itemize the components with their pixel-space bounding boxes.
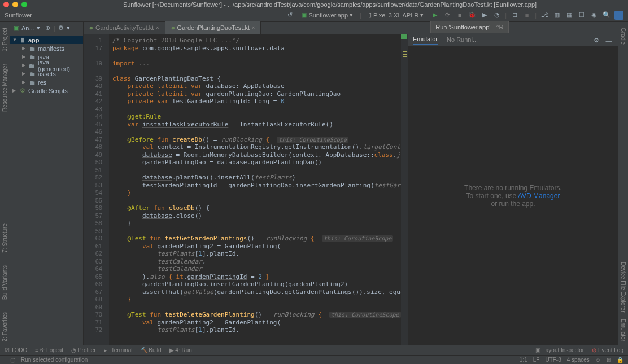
window-controls — [3, 2, 27, 7]
tool-profiler[interactable]: ◔ Profiler — [71, 347, 95, 353]
sdk-icon[interactable]: ▦ — [565, 11, 574, 20]
tree-folder-res[interactable]: ▶🖿res — [10, 78, 83, 86]
chevron-down-icon: ▾ — [350, 11, 353, 19]
run-panel-tabs: Emulator No Runni... ⚙ — — [408, 34, 618, 47]
right-tool-strip: Gradle Device File Explorer Emulator — [618, 22, 628, 345]
vcs-icon[interactable]: ⎇ — [540, 11, 549, 20]
editor-tab[interactable]: ◆GardenActivityTest.kt× — [84, 21, 165, 34]
maximize-window[interactable] — [21, 2, 27, 7]
search-icon[interactable]: 🔍 — [602, 11, 611, 20]
status-bar: ▢ Run selected configuration 1:1 LF UTF-… — [0, 355, 628, 364]
tool-build[interactable]: 🔨 Build — [141, 347, 162, 353]
editor-area: ◆GardenActivityTest.kt×◆GardenPlantingDa… — [84, 22, 618, 345]
run-panel-body: There are no running Emulators. To start… — [408, 47, 618, 345]
hide-icon[interactable]: — — [604, 36, 613, 45]
device-selector[interactable]: ▯ Pixel 3 XL API R ▾ — [365, 11, 427, 19]
phone-icon: ▯ — [368, 11, 372, 19]
tool-terminal[interactable]: ▸_ Terminal — [104, 347, 133, 353]
breadcrumb[interactable]: Sunflower — [5, 12, 32, 19]
left-tool-strip: 1: Project Resource Manager 7: Structure… — [0, 22, 10, 345]
tab-emulator[interactable]: Emulator — [413, 36, 438, 45]
debug-button[interactable]: 🐞 — [468, 11, 477, 20]
project-tree[interactable]: ▼▮app ▶🖿manifests▶🖿java▶🖿java (generated… — [10, 34, 83, 345]
profile-button[interactable]: ◔ — [492, 11, 501, 20]
tool-favorites[interactable]: 2: Favorites — [2, 309, 8, 345]
tool-event-log[interactable]: ⊘ Event Log — [592, 347, 623, 353]
run-config-app[interactable]: ▣ Sunflower.app ▾ — [298, 11, 356, 19]
line-ending[interactable]: LF — [533, 357, 540, 363]
user-avatar[interactable] — [614, 11, 623, 20]
marker-strip[interactable] — [401, 34, 408, 345]
caret-position[interactable]: 1:1 — [520, 357, 527, 363]
coverage-button[interactable]: ▶ — [480, 11, 489, 20]
chevron-down-icon: ▾ — [420, 11, 424, 19]
sync-icon[interactable]: ↺ — [285, 11, 294, 20]
avd-icon[interactable]: ▥ — [552, 11, 561, 20]
minimize-window[interactable] — [12, 2, 18, 7]
editor-tab[interactable]: ◆GardenPlantingDaoTest.kt× — [165, 21, 261, 34]
tab-no-running[interactable]: No Runni... — [447, 36, 478, 45]
gear-icon[interactable]: ⚙ — [592, 36, 601, 45]
run-tooltip: Run 'Sunflower.app'^R — [430, 21, 508, 33]
kotlin-file-icon: ◆ — [89, 25, 93, 30]
run-tool-window: Emulator No Runni... ⚙ — There are no ru… — [408, 34, 618, 345]
tree-folder-manifests[interactable]: ▶🖿manifests — [10, 44, 83, 52]
status-indicator — [401, 34, 407, 39]
tool-run[interactable]: ▶ 4: Run — [169, 347, 192, 353]
tool-todo[interactable]: ☑ TODO — [5, 347, 27, 353]
tool-gradle[interactable]: Gradle — [620, 24, 626, 48]
android-view-icon: ▣ — [14, 24, 19, 32]
help-icon[interactable]: ◉ — [590, 11, 599, 20]
tool-project[interactable]: 1: Project — [2, 24, 8, 55]
main-toolbar: Sunflower ↺ ▣ Sunflower.app ▾ | ▯ Pixel … — [0, 8, 628, 22]
tool-device-file-explorer[interactable]: Device File Explorer — [620, 258, 626, 315]
target-icon[interactable]: ⊕ — [45, 24, 52, 33]
apply-changes-icon[interactable]: ⟳ — [443, 11, 452, 20]
run-button[interactable]: ▶ Run 'Sunflower.app'^R — [430, 11, 439, 20]
tool-build-variants[interactable]: Build Variants — [2, 262, 8, 303]
tree-module-app[interactable]: ▼▮app — [10, 36, 83, 44]
close-window[interactable] — [3, 2, 9, 7]
tool-resource-mgr[interactable]: Resource Manager — [2, 60, 8, 115]
status-message: Run selected configuration — [21, 357, 88, 363]
lock-icon[interactable]: 🔒 — [617, 357, 623, 363]
apply-code-changes-icon[interactable]: ≡ — [455, 11, 464, 20]
gear-icon[interactable]: ⚙ — [58, 24, 65, 33]
window-icon[interactable]: ▢ — [10, 357, 15, 363]
indent[interactable]: 4 spaces — [567, 357, 590, 363]
stop-button[interactable]: ■ — [522, 11, 531, 20]
android-icon: ▣ — [301, 11, 307, 19]
close-icon[interactable]: × — [252, 25, 255, 30]
hide-icon[interactable]: — — [72, 24, 80, 33]
attach-debugger-icon[interactable]: ⊟ — [510, 11, 519, 20]
project-panel-header: ▣ An...▾ ⊕ | ⚙▾ — — [10, 22, 83, 34]
settings-icon[interactable]: ☐ — [577, 11, 586, 20]
project-panel: ▣ An...▾ ⊕ | ⚙▾ — ▼▮app ▶🖿manifests▶🖿jav… — [10, 22, 84, 345]
tool-emulator[interactable]: Emulator — [620, 315, 626, 345]
inspections-icon[interactable]: ☺ — [595, 357, 601, 363]
tree-gradle-scripts[interactable]: ▶⚙Gradle Scripts — [10, 86, 83, 95]
encoding[interactable]: UTF-8 — [545, 357, 561, 363]
window-title: Sunflower [~/Documents/Sunflower] - .../… — [35, 1, 625, 8]
avd-manager-link[interactable]: AVD Manager — [518, 192, 560, 200]
project-view-dropdown[interactable]: An... — [21, 25, 34, 32]
bottom-tool-bar: ☑ TODO ≡ 6: Logcat ◔ Profiler ▸_ Termina… — [0, 345, 628, 355]
tool-layout-inspector[interactable]: ▣ Layout Inspector — [535, 347, 584, 353]
close-icon[interactable]: × — [156, 25, 159, 30]
kotlin-file-icon: ◆ — [171, 25, 175, 30]
editor-tabs: ◆GardenActivityTest.kt×◆GardenPlantingDa… — [84, 22, 618, 34]
code-editor[interactable]: /* Copyright 2018 Google LLC ...*/packag… — [109, 34, 401, 345]
tree-folder-java-(generated)[interactable]: ▶🖿java (generated) — [10, 61, 83, 69]
tool-logcat[interactable]: ≡ 6: Logcat — [35, 347, 63, 353]
memory-icon[interactable]: ⊞ — [607, 357, 611, 363]
titlebar: Sunflower [~/Documents/Sunflower] - .../… — [0, 0, 628, 8]
line-gutter[interactable]: 117 19 ▶39404142434445464748495051»52»53… — [84, 34, 109, 345]
tool-structure[interactable]: 7: Structure — [2, 220, 8, 256]
